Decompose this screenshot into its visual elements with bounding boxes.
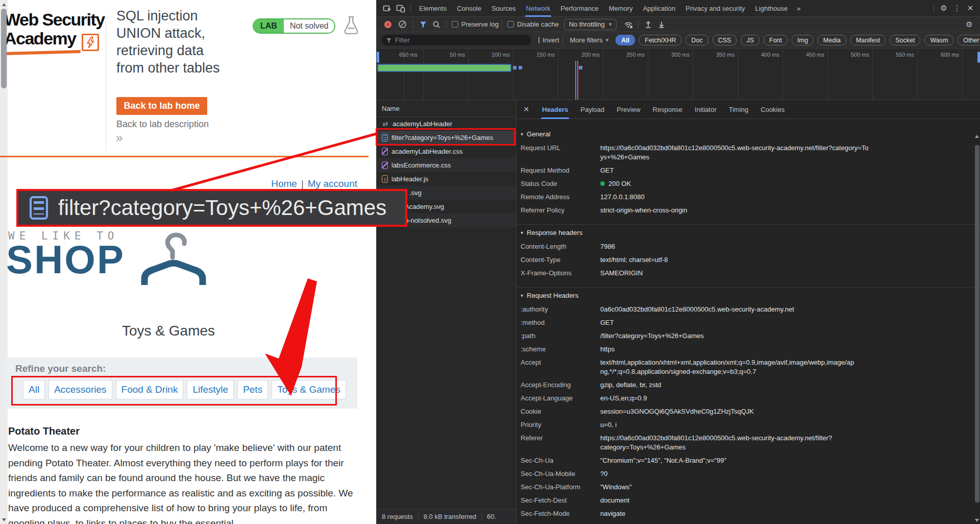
network-conditions-icon[interactable]: [622, 18, 635, 31]
name-column-header[interactable]: Name: [377, 100, 516, 117]
resource-filter-chip[interactable]: Img: [792, 35, 814, 45]
resource-filter-chip[interactable]: Doc: [685, 35, 708, 45]
scroll-up-arrow-icon[interactable]: [973, 133, 980, 140]
timeline-tick-label: 400 ms: [739, 52, 779, 58]
divider: [502, 20, 502, 29]
nav-my-account-link[interactable]: My account: [308, 178, 357, 189]
nav-home-link[interactable]: Home: [271, 178, 297, 189]
scroll-down-arrow-icon[interactable]: [973, 517, 980, 524]
details-tab[interactable]: Cookies: [754, 100, 791, 119]
response-header-rows: Content-Length 7986 Content-Type text/ht…: [517, 240, 980, 280]
settings-gear-icon[interactable]: ⚙: [937, 4, 950, 13]
more-tabs-chevron[interactable]: »: [793, 5, 804, 12]
header-value: 7986: [600, 242, 615, 251]
filter-funnel-icon[interactable]: [416, 18, 430, 31]
timeline-tick-label: 200 ms: [559, 52, 600, 58]
devtools-tab[interactable]: Network: [521, 0, 556, 17]
request-block[interactable]: [519, 66, 522, 69]
resource-filter-chip[interactable]: Wasm: [924, 35, 953, 45]
dom-content-loaded-line: [575, 61, 576, 100]
category-filter-button[interactable]: Accessories: [48, 380, 112, 399]
header-value: gzip, deflate, br, zstd: [600, 380, 661, 390]
category-filter-button[interactable]: Toys & Games: [272, 380, 346, 399]
resource-filter-chip[interactable]: Other: [958, 35, 980, 45]
overview-right-handle[interactable]: [977, 52, 980, 63]
details-tab[interactable]: Response: [647, 100, 689, 119]
devtools-tab[interactable]: Privacy and security: [680, 0, 750, 17]
resource-filter-chip[interactable]: Manifest: [850, 35, 886, 45]
more-options-kebab-icon[interactable]: ⋮: [950, 4, 964, 13]
devtools-tab[interactable]: Application: [638, 0, 681, 17]
devtools-tab[interactable]: Lighthouse: [750, 0, 793, 17]
back-to-lab-home-button[interactable]: Back to lab home: [116, 97, 207, 115]
export-har-icon[interactable]: [655, 18, 668, 31]
resource-filter-chip[interactable]: Socket: [890, 35, 920, 45]
details-scrollbar[interactable]: [973, 100, 980, 524]
category-filter-button[interactable]: Lifestyle: [187, 380, 234, 399]
details-tab[interactable]: Timing: [723, 100, 755, 119]
details-tab[interactable]: Preview: [610, 100, 646, 119]
request-headers-section-header[interactable]: Request Headers: [517, 288, 980, 303]
search-icon[interactable]: [430, 18, 443, 31]
resource-filter-chip[interactable]: Font: [764, 35, 788, 45]
scroll-down-arrow-icon[interactable]: [0, 516, 8, 523]
record-network-log-button[interactable]: [384, 21, 391, 28]
lab-status-text: Not solved: [284, 19, 335, 33]
divider: [410, 4, 411, 12]
category-filter-button[interactable]: Pets: [237, 380, 268, 399]
request-waterfall-bar[interactable]: [378, 65, 510, 71]
devtools-tab[interactable]: Sources: [486, 0, 521, 17]
network-settings-gear-icon[interactable]: ⚙: [963, 20, 976, 29]
request-row[interactable]: b-notsolved.svg: [377, 213, 516, 227]
page-scrollbar-thumb[interactable]: [1, 9, 7, 88]
scroll-up-arrow-icon[interactable]: [0, 1, 8, 8]
request-row[interactable]: labsEcommerce.css: [377, 158, 516, 172]
network-overview-timeline[interactable]: 50 ms100 ms150 ms200 ms250 ms300 ms350 m…: [377, 49, 980, 100]
resource-filter-chip[interactable]: CSS: [713, 35, 737, 45]
request-block[interactable]: [513, 66, 517, 69]
request-row[interactable]: academyLabHeader: [377, 117, 516, 131]
resource-filter-chip[interactable]: Media: [818, 35, 846, 45]
response-headers-section-header[interactable]: Response headers: [517, 225, 980, 240]
request-row[interactable]: filter?category=Toys+%26+Games: [377, 131, 516, 145]
category-filter-button[interactable]: All: [23, 380, 45, 399]
filter-input[interactable]: [395, 36, 507, 44]
request-row[interactable]: Academy.svg: [377, 200, 516, 213]
devtools-tab[interactable]: Performance: [555, 0, 603, 17]
details-tab[interactable]: Initiator: [689, 100, 723, 119]
devtools-tab[interactable]: Elements: [414, 0, 452, 17]
header-name: Sec-Ch-Ua-Platform: [521, 483, 600, 492]
request-block[interactable]: [579, 66, 582, 69]
category-filter-button[interactable]: Food & Drink: [116, 380, 184, 399]
back-to-lab-description-link[interactable]: Back to lab description: [116, 119, 209, 130]
general-section-header[interactable]: General: [517, 126, 980, 141]
devtools-tab[interactable]: Console: [452, 0, 486, 17]
header-name: Remote Address: [521, 193, 600, 202]
header-row: Cookie session=u3GNOGQi6Q5AkSVdheC0g1ZHz…: [517, 405, 980, 418]
throttling-dropdown[interactable]: No throttling: [564, 19, 617, 30]
details-scrollbar-thumb[interactable]: [975, 145, 979, 503]
resource-filter-chip[interactable]: All: [616, 35, 635, 45]
details-tab[interactable]: Payload: [574, 100, 610, 119]
request-row[interactable]: labHeader.js: [377, 172, 516, 186]
close-details-icon[interactable]: ✕: [517, 105, 536, 113]
devtools-tab[interactable]: Memory: [604, 0, 638, 17]
inspect-element-icon[interactable]: [381, 2, 394, 15]
import-har-icon[interactable]: [642, 18, 655, 31]
device-toolbar-icon[interactable]: [394, 2, 407, 15]
file-type-icon: [382, 148, 388, 155]
request-row[interactable]: academyLabHeader.css: [377, 145, 516, 158]
invert-filter-checkbox[interactable]: [538, 37, 540, 43]
clear-network-log-button[interactable]: [399, 20, 406, 28]
resource-filter-chip[interactable]: Fetch/XHR: [639, 35, 681, 45]
expand-chevron[interactable]: »: [116, 131, 122, 145]
close-devtools-icon[interactable]: ✕: [964, 4, 977, 13]
resource-filter-chip[interactable]: JS: [741, 35, 760, 45]
more-filters-dropdown[interactable]: More filters: [570, 36, 609, 44]
overview-left-handle[interactable]: [377, 52, 379, 63]
disable-cache-checkbox[interactable]: [507, 21, 514, 28]
details-tab[interactable]: Headers: [536, 100, 574, 119]
header-row: Request Method GET: [517, 164, 980, 177]
request-row[interactable]: .svg: [377, 186, 516, 200]
preserve-log-checkbox[interactable]: [452, 21, 458, 28]
